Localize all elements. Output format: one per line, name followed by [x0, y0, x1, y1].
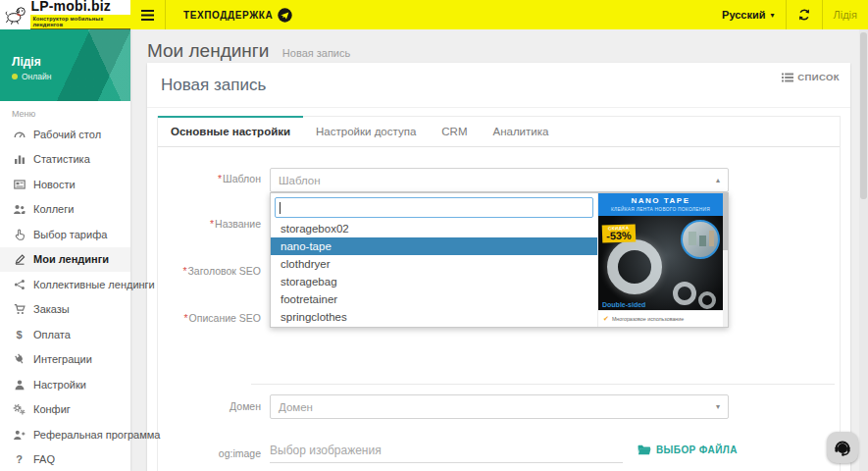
sidebar-item-config[interactable]: Конфиг — [0, 397, 130, 423]
template-search-input[interactable] — [275, 197, 593, 218]
template-options-column: storagebox02 nano-tape clothdryer storag… — [271, 193, 597, 327]
template-preview-thumbnail: NANO TAPE КЛЕЙКАЯ ЛЕНТА НОВОГО ПОКОЛЕНИЯ — [597, 193, 723, 327]
headset-icon — [833, 438, 852, 457]
required-marker: * — [210, 218, 214, 230]
sidebar-item-faq[interactable]: ? FAQ — [0, 447, 130, 471]
support-button[interactable]: ТЕХПОДДЕРЖКА — [166, 0, 310, 29]
domain-select-placeholder: Домен — [279, 401, 313, 413]
choose-file-button[interactable]: ВЫБОР ФАЙЛА — [638, 445, 738, 455]
sidebar-toggle-button[interactable] — [130, 0, 165, 29]
username-label: Лідія — [834, 9, 857, 21]
check-icon: ✔ — [603, 315, 609, 323]
sidebar-item-my-landings[interactable]: Мои лендинги — [0, 247, 130, 273]
template-option[interactable]: clothdryer — [271, 255, 597, 273]
support-chat-button[interactable] — [827, 432, 858, 463]
required-marker: * — [182, 265, 186, 277]
preview-subtitle: КЛЕЙКАЯ ЛЕНТА НОВОГО ПОКОЛЕНИЯ — [600, 207, 721, 212]
menu-section-label: Меню — [0, 101, 130, 122]
hamburger-icon — [141, 10, 154, 21]
page-head: Мои лендинги Новая запись — [130, 29, 868, 62]
sidebar-item-referral[interactable]: Реферальная программа — [0, 422, 130, 447]
brand-title: LP-mobi.biz — [30, 0, 130, 13]
seo-description-label: *Описание SEO — [158, 312, 261, 325]
online-dot-icon — [12, 74, 18, 79]
sidebar-menu: Рабочий стол Статистика Новости Коллеги … — [0, 122, 130, 471]
bar-chart-icon — [12, 153, 26, 165]
tape-roll-large — [607, 239, 662, 294]
tab-analytics[interactable]: Аналитика — [480, 116, 561, 146]
record-card: Новая запись СПИСОК Основные настройки Н… — [147, 63, 850, 471]
main-content: Мои лендинги Новая запись Новая запись С… — [130, 29, 868, 471]
page-scrollbar-thumb[interactable] — [860, 32, 867, 199]
topbar-right: Русский ▾ Лідія — [711, 0, 868, 29]
form-area: *Шаблон Шаблон ▴ storagebox02 nano-tape … — [158, 147, 840, 471]
preview-feature-label: Многоразовое использование — [612, 316, 684, 322]
status-label: Онлайн — [22, 72, 51, 81]
template-label: *Шаблон — [158, 173, 261, 185]
users-icon — [12, 203, 26, 215]
sidebar-item-stats[interactable]: Статистика — [0, 147, 130, 173]
sidebar-item-news[interactable]: Новости — [0, 172, 130, 197]
template-select-placeholder: Шаблон — [279, 175, 321, 186]
dog-logo-icon — [5, 4, 26, 26]
question-icon: ? — [12, 453, 26, 465]
preview-feature-row: ✔ Многоразовое использование — [598, 310, 723, 327]
hand-pointer-icon — [12, 229, 26, 240]
tabs-panel: Основные настройки Настройки доступа CRM… — [157, 116, 841, 471]
list-icon — [782, 73, 793, 82]
list-button[interactable]: СПИСОК — [782, 72, 840, 82]
page-title: Мои лендинги — [147, 40, 269, 61]
domain-select[interactable]: Домен ▾ — [270, 394, 729, 419]
telegram-icon — [278, 8, 292, 23]
language-dropdown[interactable]: Русский ▾ — [711, 0, 785, 29]
dashboard-icon — [12, 129, 26, 140]
preview-header: NANO TAPE КЛЕЙКАЯ ЛЕНТА НОВОГО ПОКОЛЕНИЯ — [598, 193, 723, 216]
gears-icon — [12, 403, 26, 415]
plug-icon — [12, 353, 26, 365]
text-cursor — [280, 202, 281, 214]
tape-roll-small — [698, 291, 716, 309]
tab-access-settings[interactable]: Настройки доступа — [303, 116, 429, 146]
page-scrollbar[interactable] — [859, 29, 868, 471]
sidebar-item-orders[interactable]: Заказы — [0, 297, 130, 323]
template-option[interactable]: storagebox02 — [271, 220, 597, 237]
sidebar: Лідія Онлайн Меню Рабочий стол Статистик… — [0, 29, 130, 471]
refresh-icon — [797, 8, 811, 22]
discount-badge: СКИДКА -53% — [602, 224, 636, 242]
ogimage-input[interactable]: Выбор изображения — [270, 436, 623, 463]
template-dropdown: storagebox02 nano-tape clothdryer storag… — [270, 192, 729, 328]
list-button-label: СПИСОК — [797, 72, 840, 82]
sidebar-item-integrations[interactable]: Интеграции — [0, 347, 130, 373]
ogimage-label: og:image — [158, 447, 261, 460]
name-label: *Название — [158, 218, 261, 231]
template-option[interactable]: footretainer — [271, 290, 597, 308]
required-marker: * — [184, 312, 188, 324]
template-option-selected[interactable]: nano-tape — [271, 237, 597, 255]
card-header: Новая запись СПИСОК — [147, 63, 850, 108]
pencil-icon — [12, 253, 26, 265]
profile-name: Лідія — [12, 55, 41, 69]
dropdown-scrollbar[interactable] — [723, 193, 728, 327]
newspaper-icon — [12, 179, 26, 190]
sidebar-item-dashboard[interactable]: Рабочий стол — [0, 122, 130, 147]
sidebar-item-settings[interactable]: Настройки — [0, 372, 130, 397]
sidebar-item-colleagues[interactable]: Коллеги — [0, 197, 130, 223]
support-label: ТЕХПОДДЕРЖКА — [183, 10, 273, 21]
template-select[interactable]: Шаблон ▴ — [270, 168, 729, 192]
template-option[interactable]: storagebag — [271, 273, 597, 290]
user-menu[interactable]: Лідія — [823, 0, 868, 29]
sidebar-item-tariff[interactable]: Выбор тарифа — [0, 222, 130, 247]
dropdown-scrollbar-thumb[interactable] — [723, 193, 728, 250]
folder-icon — [638, 445, 651, 455]
dollar-icon: $ — [12, 329, 26, 340]
caret-down-icon: ▾ — [716, 402, 720, 411]
sidebar-item-payment[interactable]: $ Оплата — [0, 322, 130, 347]
choose-file-label: ВЫБОР ФАЙЛА — [656, 445, 738, 455]
brand-logo[interactable]: LP-mobi.biz Конструктор мобильных лендин… — [0, 0, 130, 29]
template-option[interactable]: springclothes — [271, 308, 597, 326]
sidebar-item-collective-landings[interactable]: Коллективные лендинги — [0, 272, 130, 297]
tab-main-settings[interactable]: Основные настройки — [158, 116, 303, 146]
brand-text: LP-mobi.biz Конструктор мобильных лендин… — [30, 0, 130, 30]
tab-crm[interactable]: CRM — [429, 116, 480, 146]
refresh-button[interactable] — [787, 0, 822, 29]
